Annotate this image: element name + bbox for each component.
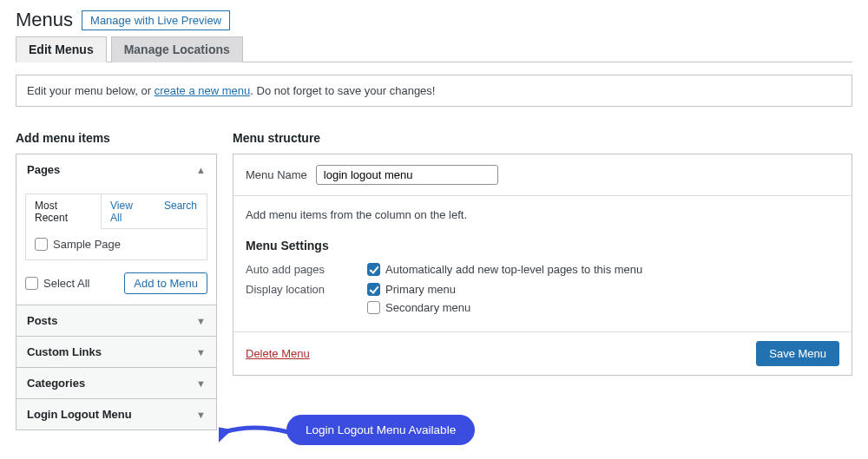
pages-tab-most-recent[interactable]: Most Recent	[25, 193, 102, 229]
accordion-label: Custom Links	[27, 345, 102, 358]
notice-text-post: . Do not forget to save your changes!	[250, 84, 435, 97]
accordion-label: Posts	[27, 314, 57, 327]
page-title: Menus	[16, 9, 73, 31]
tab-edit-menus[interactable]: Edit Menus	[16, 36, 107, 62]
accordion-label: Pages	[27, 163, 60, 176]
display-location-primary[interactable]: Primary menu	[367, 283, 470, 296]
pages-tab-search[interactable]: Search	[155, 193, 207, 229]
menu-name-label: Menu Name	[246, 168, 307, 181]
menu-settings-heading: Menu Settings	[246, 239, 839, 252]
auto-add-pages-label: Auto add pages	[246, 263, 367, 276]
page-item-sample-page[interactable]: Sample Page	[35, 238, 198, 251]
menu-name-input[interactable]	[316, 165, 498, 185]
chevron-down-icon: ▼	[196, 347, 206, 357]
chevron-down-icon: ▼	[196, 378, 206, 389]
accordion-header-posts[interactable]: Posts ▼	[16, 305, 216, 336]
auto-add-pages-checkbox[interactable]	[367, 263, 380, 276]
page-item-checkbox[interactable]	[35, 238, 48, 251]
delete-menu-link[interactable]: Delete Menu	[246, 347, 310, 360]
accordion-header-pages[interactable]: Pages ▲	[16, 154, 216, 185]
tab-manage-locations[interactable]: Manage Locations	[111, 36, 243, 62]
secondary-menu-checkbox[interactable]	[367, 301, 380, 314]
primary-menu-text: Primary menu	[385, 283, 456, 296]
select-all-label: Select All	[43, 277, 89, 290]
chevron-down-icon: ▼	[196, 410, 206, 420]
pages-tab-view-all[interactable]: View All	[101, 193, 155, 229]
notice-text-pre: Edit your menu below, or	[27, 84, 155, 97]
add-to-menu-button[interactable]: Add to Menu	[124, 272, 207, 294]
accordion-header-categories[interactable]: Categories ▼	[16, 368, 216, 398]
accordion-label: Login Logout Menu	[27, 408, 132, 421]
auto-add-pages-option[interactable]: Automatically add new top-level pages to…	[367, 263, 642, 276]
page-item-label: Sample Page	[53, 238, 121, 251]
secondary-menu-text: Secondary menu	[385, 301, 470, 314]
accordion-body-pages: Most Recent View All Search Sample Page	[16, 185, 216, 305]
menu-structure-heading: Menu structure	[233, 131, 852, 145]
arrow-icon	[219, 420, 297, 446]
edit-notice: Edit your menu below, or create a new me…	[16, 75, 852, 107]
chevron-down-icon: ▼	[196, 316, 206, 326]
create-new-menu-link[interactable]: create a new menu	[155, 84, 251, 97]
display-location-label: Display location	[246, 283, 367, 296]
accordion-header-login-logout-menu[interactable]: Login Logout Menu ▼	[16, 399, 216, 429]
menu-empty-info: Add menu items from the column on the le…	[233, 196, 852, 233]
callout-bubble: Login Logout Menu Available	[286, 415, 475, 445]
auto-add-pages-text: Automatically add new top-level pages to…	[385, 263, 642, 276]
chevron-up-icon: ▲	[196, 165, 206, 175]
display-location-secondary[interactable]: Secondary menu	[367, 301, 470, 314]
menu-panel: Menu Name Add menu items from the column…	[233, 154, 852, 376]
primary-menu-checkbox[interactable]	[367, 283, 380, 296]
manage-live-preview-button[interactable]: Manage with Live Preview	[82, 10, 230, 30]
nav-tabs: Edit Menus Manage Locations	[16, 36, 852, 62]
save-menu-button[interactable]: Save Menu	[756, 341, 839, 366]
accordion-label: Categories	[27, 377, 85, 390]
select-all-checkbox[interactable]	[25, 277, 38, 290]
add-menu-items-heading: Add menu items	[16, 131, 217, 145]
select-all-row[interactable]: Select All	[25, 277, 89, 290]
accordion: Pages ▲ Most Recent View All Search Samp…	[16, 154, 217, 430]
accordion-header-custom-links[interactable]: Custom Links ▼	[16, 337, 216, 367]
